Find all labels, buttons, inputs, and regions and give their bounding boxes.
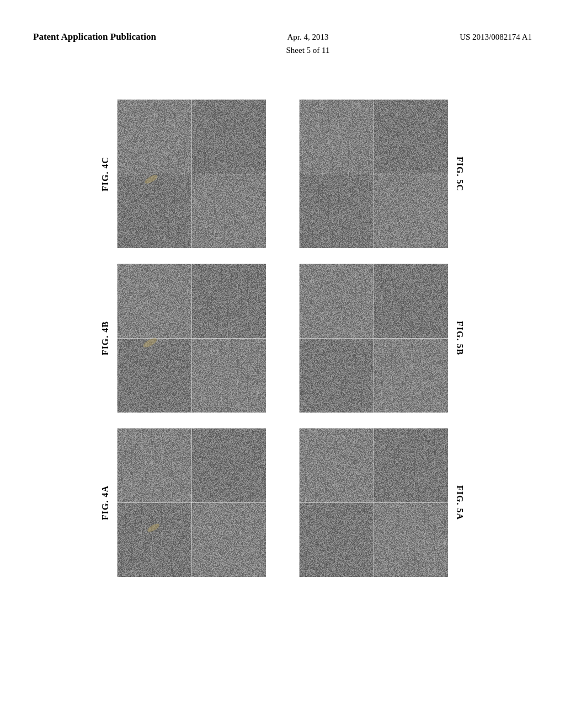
fig-4c-image (117, 99, 266, 248)
fig-5a-canvas (299, 428, 448, 577)
figures-container: FIG. 4C FIG. 5C FIG. 4B (28, 99, 537, 577)
fig-4a-canvas (117, 428, 266, 577)
fig-5b-image (299, 264, 448, 413)
fig-5c-label: FIG. 5C (455, 157, 465, 191)
figure-group-5a: FIG. 5A (299, 428, 465, 577)
fig-4b-label: FIG. 4B (100, 321, 110, 355)
figures-row-bottom: FIG. 4A FIG. 5A (28, 428, 537, 577)
fig-5c-canvas (299, 99, 448, 248)
figure-group-5c: FIG. 5C (299, 99, 465, 248)
fig-4a-image (117, 428, 266, 577)
fig-4b-canvas (117, 264, 266, 413)
figures-row-top: FIG. 4C FIG. 5C (28, 99, 537, 248)
header-patent-number: US 2013/0082174 A1 (460, 30, 532, 44)
figure-group-5b: FIG. 5B (299, 264, 465, 413)
figure-group-4c: FIG. 4C (100, 99, 266, 248)
fig-4c-canvas (117, 99, 266, 248)
header-publication-label: Patent Application Publication (33, 30, 156, 44)
header: Patent Application Publication Apr. 4, 2… (0, 30, 565, 57)
figure-group-4b: FIG. 4B (100, 264, 266, 413)
fig-5c-image (299, 99, 448, 248)
fig-5a-image (299, 428, 448, 577)
fig-4b-image (117, 264, 266, 413)
page: Patent Application Publication Apr. 4, 2… (0, 0, 565, 728)
header-sheet: Sheet 5 of 11 (286, 46, 330, 55)
figure-group-4a: FIG. 4A (100, 428, 266, 577)
fig-5b-label: FIG. 5B (455, 321, 465, 355)
fig-5b-canvas (299, 264, 448, 413)
fig-4c-label: FIG. 4C (100, 157, 110, 191)
header-date: Apr. 4, 2013 (287, 33, 329, 41)
fig-4a-label: FIG. 4A (100, 485, 110, 520)
figures-row-middle: FIG. 4B FIG. 5B (28, 264, 537, 413)
header-date-sheet: Apr. 4, 2013 Sheet 5 of 11 (286, 30, 330, 57)
fig-5a-label: FIG. 5A (455, 485, 465, 520)
